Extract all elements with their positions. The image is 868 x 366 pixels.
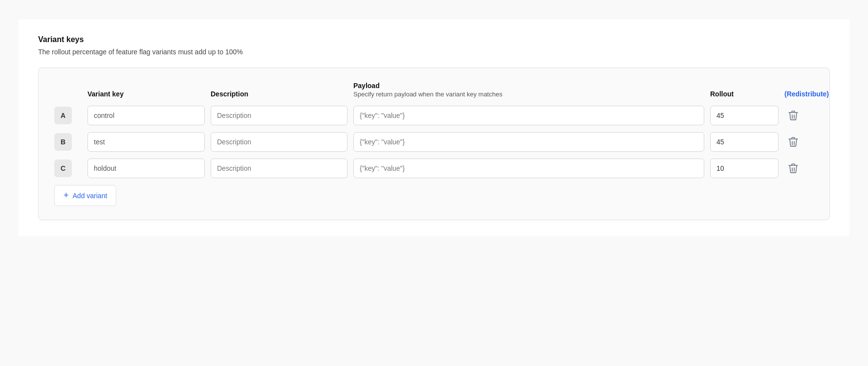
variant-key-input-c[interactable] <box>87 159 205 178</box>
rollout-input-a[interactable] <box>710 106 779 125</box>
add-variant-label: Add variant <box>73 192 108 200</box>
trash-icon <box>788 163 798 174</box>
table-header: Variant key Description Payload Specify … <box>54 82 814 98</box>
header-rollout: Rollout <box>710 90 779 98</box>
add-variant-button[interactable]: + Add variant <box>54 185 116 206</box>
variant-letter-b: B <box>54 133 82 151</box>
description-input-a[interactable] <box>211 106 347 125</box>
payload-input-c[interactable] <box>353 159 704 178</box>
variant-row-c: C <box>54 159 814 178</box>
delete-button-c[interactable] <box>784 160 802 177</box>
trash-icon <box>788 137 798 147</box>
rollout-input-c[interactable] <box>710 159 779 178</box>
header-description: Description <box>211 90 347 98</box>
variant-letter-c: C <box>54 160 82 177</box>
payload-input-a[interactable] <box>353 106 704 125</box>
variants-card: Variant key Description Payload Specify … <box>38 68 830 220</box>
header-variant-key: Variant key <box>87 90 205 98</box>
description-input-c[interactable] <box>211 159 347 178</box>
payload-input-b[interactable] <box>353 132 704 152</box>
page-container: Variant keys The rollout percentage of f… <box>19 20 849 236</box>
trash-icon <box>788 110 798 121</box>
rollout-input-b[interactable] <box>710 132 779 152</box>
variant-row-a: A <box>54 106 814 125</box>
header-payload: Payload Specify return payload when the … <box>353 82 704 98</box>
plus-icon: + <box>64 190 69 201</box>
variant-key-input-b[interactable] <box>87 132 205 152</box>
variant-letter-a: A <box>54 107 82 124</box>
description-input-b[interactable] <box>211 132 347 152</box>
redistribute-button[interactable]: (Redistribute) <box>784 90 814 98</box>
variant-key-input-a[interactable] <box>87 106 205 125</box>
section-title: Variant keys <box>38 35 830 44</box>
delete-button-b[interactable] <box>784 133 802 151</box>
delete-button-a[interactable] <box>784 107 802 124</box>
section-subtitle: The rollout percentage of feature flag v… <box>38 48 830 56</box>
variant-row-b: B <box>54 132 814 152</box>
